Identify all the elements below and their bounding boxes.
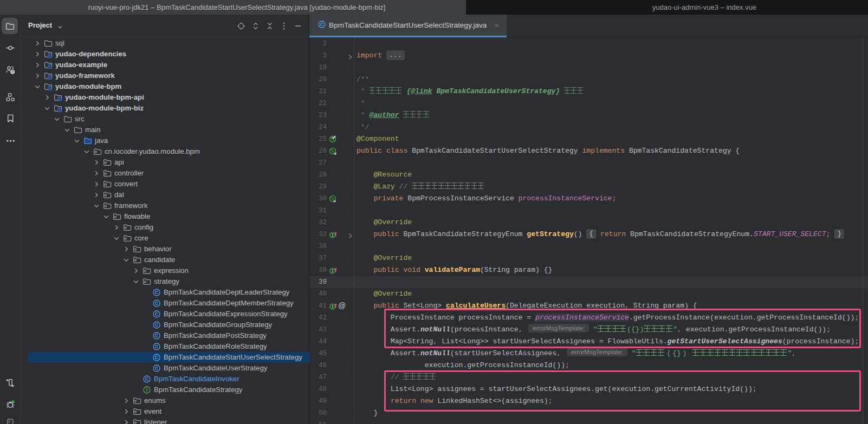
svg-text:I: I (331, 269, 334, 274)
svg-text:C: C (320, 22, 324, 27)
svg-text:C: C (155, 366, 159, 371)
svg-text:?: ? (11, 70, 14, 74)
svg-text:C: C (145, 376, 149, 382)
svg-text:C: C (155, 355, 159, 360)
svg-text:C: C (155, 322, 159, 328)
svg-text:I: I (331, 233, 334, 238)
svg-text:C: C (155, 333, 159, 338)
svg-text:C: C (155, 290, 159, 295)
svg-text:I: I (146, 387, 148, 393)
svg-text:I: I (331, 304, 334, 310)
svg-text:C: C (155, 344, 159, 349)
svg-text:C: C (155, 301, 159, 306)
svg-text:C: C (155, 311, 159, 317)
